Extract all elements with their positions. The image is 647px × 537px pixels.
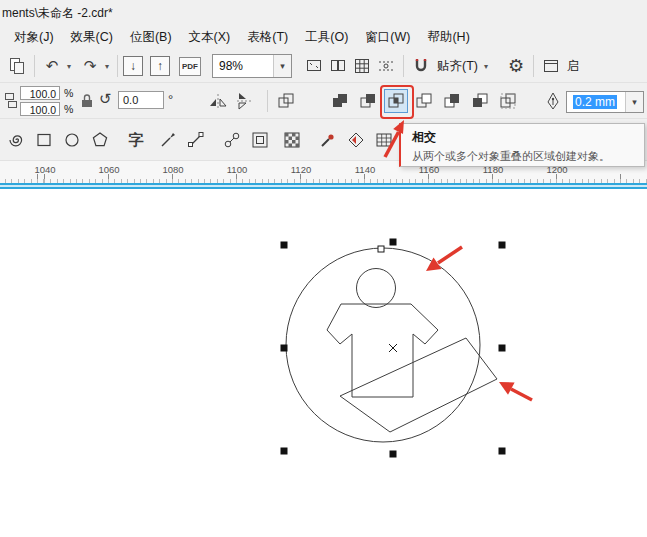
zoom-combobox[interactable]: 98% ▾ xyxy=(212,54,292,78)
drawing-canvas[interactable] xyxy=(0,189,647,537)
handle-bottom-center[interactable] xyxy=(390,451,397,458)
outline-width-text[interactable]: 0.2 mm xyxy=(573,95,617,109)
ruler-tick: 1140 xyxy=(355,164,375,175)
menu-tools[interactable]: 工具(O) xyxy=(305,29,348,46)
ruler-tick: 1100 xyxy=(227,164,247,175)
handle-mid-right[interactable] xyxy=(499,345,506,352)
snap-magnet-icon[interactable] xyxy=(409,54,433,78)
mirror-vertical-icon[interactable] xyxy=(232,89,256,113)
tshirt-shape[interactable] xyxy=(327,304,438,397)
outline-width-value[interactable]: 0.2 mm xyxy=(567,95,625,109)
redo-dropdown-caret-icon[interactable]: ▾ xyxy=(102,62,112,71)
rotate-icon: ↺ xyxy=(99,90,112,108)
tooltip: 相交 从两个或多个对象重叠的区域创建对象。 xyxy=(399,123,645,167)
menu-text[interactable]: 文本(X) xyxy=(189,29,231,46)
publish-pdf-icon[interactable]: PDF xyxy=(179,57,201,76)
property-bar: 100.0 % 100.0 % ↺ 0.0 ° xyxy=(0,82,647,119)
tooltip-title: 相交 xyxy=(412,129,638,146)
zoom-caret-icon[interactable]: ▾ xyxy=(273,55,291,77)
rotated-square-shape[interactable] xyxy=(340,338,497,432)
scale-y-input[interactable]: 100.0 xyxy=(20,102,60,116)
tooltip-description: 从两个或多个对象重叠的区域创建对象。 xyxy=(412,149,638,164)
handle-bottom-left[interactable] xyxy=(281,448,288,455)
menu-effects[interactable]: 效果(C) xyxy=(71,29,113,46)
divider xyxy=(117,55,118,77)
ellipse-tool-icon[interactable] xyxy=(60,128,84,152)
mesh-fill-tool-icon[interactable] xyxy=(372,128,396,152)
contour-tool-icon[interactable] xyxy=(248,128,272,152)
front-minus-back-button[interactable] xyxy=(440,89,464,113)
mirror-horizontal-icon[interactable] xyxy=(206,89,230,113)
shape-edit-tool-icon[interactable] xyxy=(184,128,208,152)
combine-icon[interactable] xyxy=(274,89,298,113)
page-view-icon[interactable] xyxy=(326,54,350,78)
spiral-tool-icon[interactable] xyxy=(4,128,28,152)
lock-ratio-icon[interactable] xyxy=(80,93,94,109)
menu-help[interactable]: 帮助(H) xyxy=(427,29,469,46)
transparency-tool-icon[interactable] xyxy=(280,128,304,152)
handle-top-center[interactable] xyxy=(390,239,397,246)
outline-pen-icon xyxy=(541,89,565,113)
shaping-group xyxy=(328,89,520,113)
annotation-arrows xyxy=(426,247,532,400)
pen-tool-icon[interactable] xyxy=(156,128,180,152)
ruler-tick: 1080 xyxy=(162,164,183,175)
annotation-arrow-circle xyxy=(426,247,462,271)
snap-label[interactable]: 贴齐(T) xyxy=(437,58,478,75)
redo-icon[interactable]: ↷ xyxy=(78,54,102,78)
back-minus-front-button[interactable] xyxy=(468,89,492,113)
handle-mid-left[interactable] xyxy=(281,345,288,352)
handle-top-right[interactable] xyxy=(499,242,506,249)
outline-width-combobox[interactable]: 0.2 mm ▾ xyxy=(566,91,644,113)
head-circle-shape[interactable] xyxy=(357,269,396,308)
menu-object[interactable]: 对象(J) xyxy=(14,29,54,46)
weld-button[interactable] xyxy=(328,89,352,113)
import-icon[interactable]: ↓ xyxy=(123,56,143,76)
percent-label-y: % xyxy=(64,103,73,115)
launcher-label[interactable]: 启 xyxy=(567,58,580,75)
options-gear-icon[interactable]: ⚙ xyxy=(504,54,528,78)
zoom-value[interactable]: 98% xyxy=(213,59,273,73)
undo-icon[interactable]: ↶ xyxy=(40,54,64,78)
curve-node[interactable] xyxy=(378,246,384,252)
selection-center-marker[interactable] xyxy=(389,344,397,352)
ruler-tick: 1060 xyxy=(98,164,119,175)
text-tool-icon[interactable]: 字 xyxy=(124,128,148,152)
handle-bottom-right[interactable] xyxy=(499,448,506,455)
annotation-arrow-square xyxy=(499,382,532,400)
rectangle-tool-icon[interactable] xyxy=(32,128,56,152)
divider xyxy=(267,90,268,112)
intersect-button[interactable] xyxy=(384,89,408,113)
object-size-icon xyxy=(4,92,18,110)
blend-tool-icon[interactable] xyxy=(220,128,244,152)
ruler-tick: 1120 xyxy=(291,164,311,175)
menu-table[interactable]: 表格(T) xyxy=(247,29,288,46)
menu-window[interactable]: 窗口(W) xyxy=(365,29,410,46)
degree-label: ° xyxy=(168,92,173,107)
grid-icon[interactable] xyxy=(350,54,374,78)
export-icon[interactable]: ↑ xyxy=(150,56,170,76)
guidelines-icon[interactable] xyxy=(374,54,398,78)
menu-bitmap[interactable]: 位图(B) xyxy=(130,29,172,46)
smart-fill-tool-icon[interactable] xyxy=(344,128,368,152)
snap-caret-icon[interactable]: ▾ xyxy=(481,62,491,71)
simplify-button[interactable] xyxy=(412,89,436,113)
paste-icon[interactable] xyxy=(5,54,29,78)
scale-x-input[interactable]: 100.0 xyxy=(20,86,60,100)
rotation-angle-input[interactable]: 0.0 xyxy=(118,91,164,109)
divider xyxy=(533,55,534,77)
launcher-window-icon[interactable] xyxy=(539,54,563,78)
trim-button[interactable] xyxy=(356,89,380,113)
divider xyxy=(403,55,404,77)
divider xyxy=(34,55,35,77)
ruler-tick: 1040 xyxy=(34,164,55,175)
standard-toolbar: ↶ ▾ ↷ ▾ ↓ ↑ PDF 98% ▾ 贴齐(T) ▾ ⚙ 启 xyxy=(0,50,647,82)
create-boundary-button[interactable] xyxy=(496,89,520,113)
handle-top-left[interactable] xyxy=(281,242,288,249)
fullscreen-preview-icon[interactable] xyxy=(302,54,326,78)
percent-label-x: % xyxy=(64,87,73,99)
polygon-tool-icon[interactable] xyxy=(88,128,112,152)
eyedropper-tool-icon[interactable] xyxy=(316,128,340,152)
undo-dropdown-caret-icon[interactable]: ▾ xyxy=(64,62,74,71)
outline-width-caret-icon[interactable]: ▾ xyxy=(625,92,643,112)
